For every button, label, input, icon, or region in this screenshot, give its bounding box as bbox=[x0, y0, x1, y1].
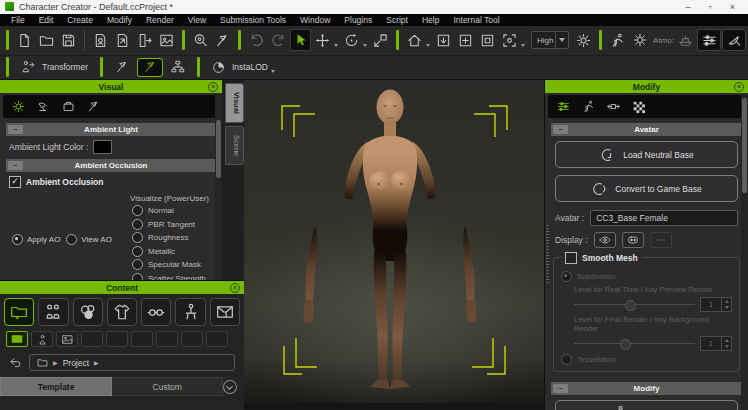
category-prop-button[interactable] bbox=[175, 298, 205, 326]
ambient-occlusion-section[interactable]: – Ambient Occlusion bbox=[6, 159, 216, 172]
breadcrumb[interactable]: ▶ Project ▶ bbox=[29, 354, 235, 371]
ambient-occlusion-checkbox[interactable]: ✓ bbox=[9, 176, 21, 188]
motion-tab-icon[interactable] bbox=[582, 100, 595, 113]
camera-safe-frame-dropdown[interactable] bbox=[521, 44, 525, 47]
expand-circle-icon[interactable] bbox=[223, 380, 237, 394]
frame-all-button[interactable] bbox=[477, 29, 498, 51]
category-material-button[interactable] bbox=[73, 298, 103, 326]
menu-script[interactable]: Script bbox=[379, 15, 415, 25]
render-image-button[interactable] bbox=[156, 29, 177, 51]
load-neutral-base-button[interactable]: Load Neutral Base bbox=[555, 141, 738, 168]
merge-file-button[interactable] bbox=[112, 29, 133, 51]
character-model[interactable] bbox=[304, 90, 477, 390]
menu-window[interactable]: Window bbox=[293, 15, 337, 25]
display-settings-tab-icon[interactable] bbox=[12, 100, 25, 113]
pose-offset-button[interactable]: Pose Offset bbox=[555, 400, 738, 410]
new-project-button[interactable] bbox=[14, 29, 35, 51]
back-icon[interactable] bbox=[9, 356, 22, 369]
minimize-button[interactable]: – bbox=[686, 2, 691, 12]
instalod-dropdown[interactable] bbox=[271, 70, 275, 73]
visualize-roughness-radio[interactable] bbox=[132, 232, 143, 243]
node-hierarchy-button[interactable] bbox=[165, 58, 191, 77]
move-tool-dropdown[interactable] bbox=[334, 44, 338, 47]
ambient-light-section[interactable]: – Ambient Light bbox=[6, 123, 216, 136]
category-accessory-button[interactable] bbox=[141, 298, 171, 326]
export-file-button[interactable] bbox=[134, 29, 155, 51]
redo-button[interactable] bbox=[268, 29, 289, 51]
category-cloth-button[interactable] bbox=[107, 298, 137, 326]
texture-tab-icon[interactable] bbox=[632, 100, 645, 113]
collapse-icon[interactable]: – bbox=[553, 384, 568, 393]
modify-section[interactable]: – Modify bbox=[551, 382, 742, 395]
camera-safe-frame-button[interactable] bbox=[499, 29, 520, 51]
transformer-button[interactable]: Transformer bbox=[15, 58, 94, 77]
atmosphere-settings-button[interactable] bbox=[629, 29, 650, 51]
menu-help[interactable]: Help bbox=[415, 15, 446, 25]
pick-target-button[interactable] bbox=[722, 29, 746, 51]
category-project-button[interactable] bbox=[4, 298, 34, 326]
open-project-button[interactable] bbox=[36, 29, 57, 51]
category-actor-button[interactable] bbox=[38, 298, 68, 326]
rotate-tool-dropdown[interactable] bbox=[363, 44, 367, 47]
move-tool-button[interactable] bbox=[312, 29, 333, 51]
content-panel-header[interactable]: Content × bbox=[0, 281, 244, 294]
menu-file[interactable]: File bbox=[4, 15, 32, 25]
menu-edit[interactable]: Edit bbox=[32, 15, 61, 25]
filter-avatar-button[interactable] bbox=[6, 331, 28, 347]
calibration-pose-button[interactable] bbox=[212, 29, 233, 51]
avatar-section[interactable]: – Avatar bbox=[551, 123, 742, 136]
proportion-tab-icon[interactable] bbox=[607, 100, 620, 113]
menu-modify[interactable]: Modify bbox=[100, 15, 139, 25]
avatar-name-input[interactable]: CC3_Base Female bbox=[590, 210, 738, 226]
visual-scrollbar[interactable] bbox=[215, 94, 222, 280]
modify-scrollbar[interactable] bbox=[741, 94, 748, 410]
rotate-tool-button[interactable] bbox=[341, 29, 362, 51]
menu-view[interactable]: View bbox=[181, 15, 213, 25]
convert-to-game-base-button[interactable]: Convert to Game Base bbox=[555, 175, 738, 202]
motion-player-button[interactable] bbox=[607, 29, 628, 51]
apply-ao-radio[interactable] bbox=[12, 234, 23, 245]
breadcrumb-project[interactable]: Project bbox=[63, 358, 89, 368]
view-ao-radio[interactable] bbox=[66, 234, 77, 245]
panel-drag-handle[interactable] bbox=[546, 225, 549, 285]
home-camera-button[interactable] bbox=[404, 29, 425, 51]
light-tab-icon[interactable] bbox=[37, 100, 50, 113]
visual-panel-header[interactable]: Visual × bbox=[0, 80, 222, 93]
close-button[interactable]: × bbox=[730, 2, 735, 12]
maximize-button[interactable]: ▫ bbox=[709, 2, 712, 12]
visualize-metallic-radio[interactable] bbox=[132, 246, 143, 257]
collapse-icon[interactable]: – bbox=[8, 125, 23, 134]
load-character-button[interactable] bbox=[90, 29, 111, 51]
menu-internal-tool[interactable]: Internal Tool bbox=[446, 15, 506, 25]
home-camera-dropdown[interactable] bbox=[426, 44, 430, 47]
ambient-light-color-swatch[interactable] bbox=[93, 140, 112, 154]
viewport-3d[interactable] bbox=[244, 80, 544, 410]
close-icon[interactable]: × bbox=[734, 82, 744, 92]
side-tab-scene[interactable]: Scene bbox=[225, 126, 244, 165]
scene-props-tab-icon[interactable] bbox=[62, 100, 75, 113]
edit-pose-button[interactable] bbox=[109, 58, 135, 77]
instalod-button[interactable]: InstaLOD bbox=[206, 58, 283, 77]
save-project-button[interactable] bbox=[58, 29, 79, 51]
menu-submission-tools[interactable]: Submission Tools bbox=[213, 15, 293, 25]
vehicle-tool-button[interactable] bbox=[675, 29, 696, 51]
menu-create[interactable]: Create bbox=[60, 15, 100, 25]
modify-panel-header[interactable]: Modify × bbox=[545, 80, 748, 93]
smooth-mesh-checkbox[interactable] bbox=[565, 252, 577, 264]
menu-render[interactable]: Render bbox=[139, 15, 181, 25]
show-mask-button[interactable] bbox=[622, 232, 644, 248]
category-stage-button[interactable] bbox=[210, 298, 240, 326]
tab-custom[interactable]: Custom bbox=[112, 377, 223, 396]
select-tool-button[interactable] bbox=[290, 29, 311, 51]
attribute-tab-icon[interactable] bbox=[557, 100, 570, 113]
tab-template[interactable]: Template bbox=[0, 377, 112, 396]
close-icon[interactable]: × bbox=[230, 283, 240, 293]
zoom-avatar-button[interactable] bbox=[190, 29, 211, 51]
show-eye-button[interactable] bbox=[594, 232, 616, 248]
scale-tool-button[interactable] bbox=[370, 29, 391, 51]
frame-selected-button[interactable] bbox=[455, 29, 476, 51]
filter-image-button[interactable] bbox=[56, 331, 78, 347]
visualize-specular-mask-radio[interactable] bbox=[132, 259, 143, 270]
menu-plugins[interactable]: Plugins bbox=[337, 15, 379, 25]
filter-actor-button[interactable] bbox=[31, 331, 53, 347]
